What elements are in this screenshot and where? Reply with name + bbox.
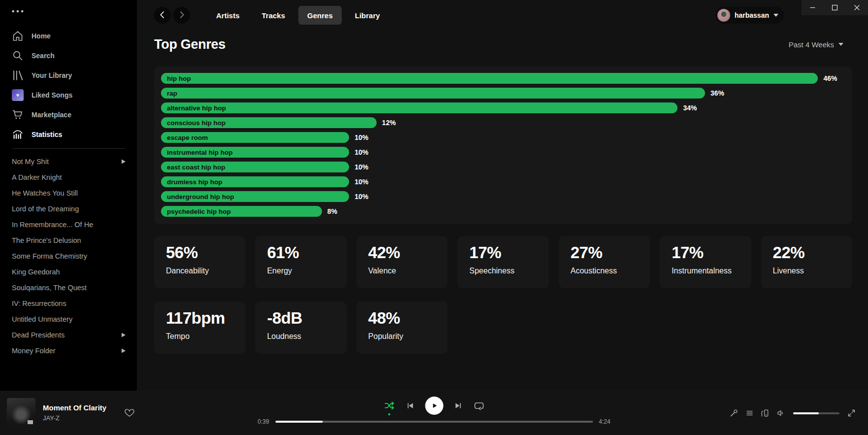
tab-artists[interactable]: Artists — [207, 6, 249, 25]
play-icon — [430, 402, 438, 410]
track-artist[interactable]: JAY-Z — [43, 414, 106, 422]
track-title[interactable]: Moment Of Clarity — [43, 403, 106, 412]
sidebar-item-statistics[interactable]: Statistics — [12, 125, 137, 144]
stat-label: Popularity — [368, 332, 436, 341]
sidebar-item-label: Marketplace — [32, 111, 71, 119]
playlist-item[interactable]: Soulqarians, The Quest — [12, 280, 137, 296]
main-content: ArtistsTracksGenresLibrary harbassan Top… — [137, 0, 868, 391]
playlist-name: In Remembrance... Of He — [12, 221, 93, 229]
sidebar-item-your-library[interactable]: Your Library — [12, 66, 137, 85]
avatar — [717, 9, 730, 22]
sidebar-item-search[interactable]: Search — [12, 46, 137, 66]
username: harbassan — [735, 11, 769, 19]
genre-bar: rap — [161, 88, 705, 99]
playlist-name: King Geedorah — [12, 268, 60, 276]
stat-label: Loudness — [267, 332, 334, 341]
sidebar-item-marketplace[interactable]: Marketplace — [12, 105, 137, 125]
window-controls — [802, 0, 868, 15]
next-button[interactable] — [454, 402, 462, 410]
lyrics-mic-icon[interactable] — [729, 408, 739, 418]
genre-bar-row: escape room10% — [161, 132, 845, 143]
playlist-name: Dead Presidents — [12, 331, 64, 339]
maximize-button[interactable] — [824, 0, 846, 15]
playlist-name: Soulqarians, The Quest — [12, 284, 87, 292]
stat-label: Speechiness — [469, 267, 537, 275]
genre-bar: instrumental hip hop — [161, 147, 349, 158]
forward-button[interactable] — [173, 7, 190, 24]
playlist-item[interactable]: A Darker Knight — [12, 169, 137, 185]
stat-value: 17% — [672, 243, 739, 262]
back-button[interactable] — [154, 7, 171, 24]
tab-library[interactable]: Library — [346, 6, 389, 25]
playlist-item[interactable]: King Geedorah — [12, 264, 137, 280]
genre-bar-row: conscious hip hop12% — [161, 117, 845, 128]
sidebar-item-home[interactable]: Home — [12, 26, 137, 46]
stat-card-liveness: 22%Liveness — [761, 236, 852, 288]
fullscreen-icon[interactable] — [847, 408, 856, 418]
stat-card-energy: 61%Energy — [255, 236, 346, 288]
tab-genres[interactable]: Genres — [298, 6, 342, 25]
playlist-name: Untitled Unmastery — [12, 315, 72, 323]
genre-value: 46% — [823, 74, 837, 82]
sidebar-divider — [12, 148, 125, 149]
page-title: Top Genres — [154, 37, 225, 52]
minimize-button[interactable] — [802, 0, 824, 15]
volume-icon[interactable] — [776, 408, 786, 418]
playlist-item[interactable]: IV: Resurrections — [12, 296, 137, 311]
stat-value: 27% — [571, 243, 638, 262]
seek-bar[interactable] — [275, 421, 593, 423]
stat-value: 117bpm — [166, 309, 233, 328]
volume-slider[interactable] — [793, 412, 839, 414]
playlist-item[interactable]: Lord of the Dreaming — [12, 201, 137, 217]
stat-label: Danceability — [166, 267, 233, 275]
genre-value: 10% — [354, 193, 368, 201]
total-time: 4:24 — [598, 418, 611, 425]
playlist-item[interactable]: Some Forma Chemistry — [12, 248, 137, 264]
playlist-item[interactable]: Dead Presidents — [12, 327, 137, 343]
genre-bar: alternative hip hop — [161, 102, 677, 113]
playlist-name: A Darker Knight — [12, 173, 62, 181]
progress-row: 0:39 4:24 — [257, 418, 611, 425]
genre-bar: east coast hip hop — [161, 162, 349, 172]
shuffle-button[interactable] — [384, 400, 395, 411]
playlist-name: IV: Resurrections — [12, 300, 66, 307]
genre-value: 36% — [710, 89, 724, 97]
playlist-name: Lord of the Dreaming — [12, 205, 79, 213]
playlist-item[interactable]: Money Folder — [12, 343, 137, 359]
time-range-dropdown[interactable]: Past 4 Weeks — [789, 40, 843, 49]
playlist-item[interactable]: He Watches You Still — [12, 185, 137, 201]
sidebar-item-label: Home — [32, 32, 51, 40]
playlist-item[interactable]: Not My Shit — [12, 154, 137, 169]
queue-icon[interactable] — [745, 408, 754, 418]
menu-dots-icon[interactable]: ••• — [12, 7, 137, 15]
genre-bar-row: instrumental hip hop10% — [161, 147, 845, 158]
play-button[interactable] — [425, 397, 443, 415]
stat-card-tempo: 117bpmTempo — [154, 301, 245, 354]
playlist-name: Money Folder — [12, 347, 56, 355]
stat-value: 42% — [368, 243, 436, 262]
album-art[interactable] — [7, 398, 35, 427]
devices-icon[interactable] — [761, 408, 770, 418]
genre-bar: drumless hip hop — [161, 176, 349, 187]
genre-bar: hip hop — [161, 73, 818, 84]
genre-bar: escape room — [161, 132, 349, 143]
sidebar-item-liked-songs[interactable]: ♥Liked Songs — [12, 85, 137, 105]
home-icon — [12, 30, 24, 42]
playlist-item[interactable]: Untitled Unmastery — [12, 311, 137, 327]
liked-songs-icon: ♥ — [12, 89, 24, 101]
playlist-item[interactable]: The Prince's Delusion — [12, 233, 137, 248]
player-right-controls — [729, 408, 856, 418]
like-heart-icon[interactable] — [124, 407, 135, 418]
previous-button[interactable] — [406, 402, 414, 410]
stat-label: Energy — [267, 267, 334, 275]
playlist-item[interactable]: In Remembrance... Of He — [12, 217, 137, 233]
genre-label: drumless hip hop — [167, 178, 223, 186]
sidebar-nav: HomeSearchYour Library♥Liked SongsMarket… — [12, 26, 137, 144]
stat-value: 61% — [267, 243, 334, 262]
stat-value: 22% — [773, 243, 840, 262]
close-button[interactable] — [846, 0, 868, 15]
tab-tracks[interactable]: Tracks — [253, 6, 294, 25]
repeat-button[interactable] — [473, 400, 484, 411]
user-menu[interactable]: harbassan — [715, 7, 784, 24]
sidebar-item-label: Search — [32, 52, 55, 60]
